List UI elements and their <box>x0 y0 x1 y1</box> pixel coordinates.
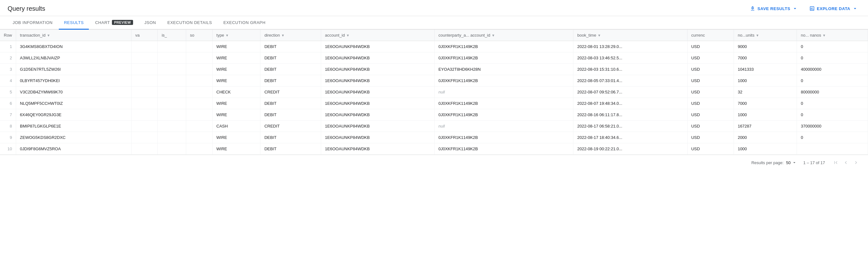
save-results-button[interactable]: SAVE RESULTS <box>747 4 800 13</box>
table-row: 8BMIP87LGKGLP6E1ECASHCREDIT1E6OOAUNKP84W… <box>0 121 868 132</box>
table-cell: 6X46QEY0GR29JG3E <box>16 109 131 121</box>
table-cell: DEBIT <box>260 132 321 143</box>
table-cell: 2022-08-01 13:28:29.0... <box>574 41 687 52</box>
table-cell: null <box>434 121 573 132</box>
tabs-bar: JOB INFORMATION RESULTS CHART PREVIEW JS… <box>0 16 868 30</box>
table-cell <box>158 132 186 143</box>
table-cell: 3G4KMS8GBXTD4ION <box>16 41 131 52</box>
explore-icon <box>809 6 815 11</box>
table-cell: 9000 <box>734 41 797 52</box>
tab-chart[interactable]: CHART PREVIEW <box>90 16 138 30</box>
table-cell: 400000000 <box>797 64 868 75</box>
table-cell: USD <box>687 132 734 143</box>
table-cell: 0J0XKFR1K1149K2B <box>434 98 573 109</box>
table-cell: DEBIT <box>260 64 321 75</box>
table-cell: 2022-08-03 15:31:10.6... <box>574 64 687 75</box>
table-cell: 2022-08-17 18:40:34.6... <box>574 132 687 143</box>
per-page-select[interactable]: 50 <box>786 160 797 165</box>
table-cell <box>131 86 158 98</box>
table-cell: 1041333 <box>734 64 797 75</box>
table-cell: 2022-08-16 06:11:17.8... <box>574 109 687 121</box>
table-cell <box>186 52 212 64</box>
next-page-button[interactable] <box>851 158 860 167</box>
per-page-value: 50 <box>786 160 790 165</box>
table-cell: 0JDI9F8G6MVZ5ROA <box>16 143 131 155</box>
tab-execution-details[interactable]: EXECUTION DETAILS <box>162 16 217 30</box>
table-row: 13G4KMS8GBXTD4IONWIREDEBIT1E6OOAUNKP84WD… <box>0 41 868 52</box>
table-cell: WIRE <box>212 64 260 75</box>
table-cell <box>158 52 186 64</box>
col-header-type[interactable]: type ▼ <box>212 30 260 41</box>
table-cell: 8 <box>0 121 16 132</box>
table-cell: 167287 <box>734 121 797 132</box>
col-header-account-id[interactable]: account_id ▼ <box>321 30 435 41</box>
table-cell: A3WLL2XLNBJVAIZP <box>16 52 131 64</box>
table-cell <box>186 86 212 98</box>
table-cell <box>131 121 158 132</box>
table-cell: V3C2DB4ZYMW69K70 <box>16 86 131 98</box>
table-cell <box>158 143 186 155</box>
table-cell: USD <box>687 64 734 75</box>
sort-icon-no-units: ▼ <box>756 33 759 37</box>
col-header-va: va <box>131 30 158 41</box>
table-cell <box>131 52 158 64</box>
table-cell: 2022-08-05 07:33:01.4... <box>574 75 687 86</box>
table-cell <box>186 109 212 121</box>
table-body: 13G4KMS8GBXTD4IONWIREDEBIT1E6OOAUNKP84WD… <box>0 41 868 155</box>
table-cell: 1000 <box>734 75 797 86</box>
col-header-counterparty[interactable]: counterparty_a... account_id ▼ <box>434 30 573 41</box>
table-cell: 0J0XKFR1K1149K2B <box>434 52 573 64</box>
table-cell: null <box>434 86 573 98</box>
table-cell: DEBIT <box>260 98 321 109</box>
sort-icon-transaction-id: ▼ <box>47 33 50 37</box>
tab-results[interactable]: RESULTS <box>59 16 89 30</box>
per-page-dropdown-icon <box>792 160 797 165</box>
table-cell: 1 <box>0 41 16 52</box>
col-header-book-time[interactable]: book_time ▼ <box>574 30 687 41</box>
table-cell <box>158 121 186 132</box>
table-cell <box>158 64 186 75</box>
prev-page-button[interactable] <box>841 158 850 167</box>
table-cell <box>186 132 212 143</box>
col-header-no-nanos[interactable]: no... nanos ▼ <box>797 30 868 41</box>
col-header-no-units[interactable]: no...units ▼ <box>734 30 797 41</box>
table-cell: USD <box>687 75 734 86</box>
table-cell: 9 <box>0 132 16 143</box>
table-cell: USD <box>687 143 734 155</box>
table-cell <box>158 109 186 121</box>
explore-data-button[interactable]: EXPLORE DATA <box>807 4 860 13</box>
table-cell: DEBIT <box>260 143 321 155</box>
results-table: Row transaction_id ▼ va is_ so <box>0 30 868 155</box>
sort-icon-no-nanos: ▼ <box>823 33 826 37</box>
page-title: Query results <box>8 5 45 12</box>
table-cell: 370000000 <box>797 121 868 132</box>
table-cell <box>131 41 158 52</box>
table-cell: G1D5EN7RTL5ZW26I <box>16 64 131 75</box>
table-row: 9ZEWOG5KDS8GR2DXCWIREDEBIT1E6OOAUNKP84WD… <box>0 132 868 143</box>
tab-job-information[interactable]: JOB INFORMATION <box>8 16 58 30</box>
first-page-button[interactable] <box>831 158 840 167</box>
table-cell: BMIP87LGKGLP6E1E <box>16 121 131 132</box>
table-cell: 10 <box>0 143 16 155</box>
table-cell: WIRE <box>212 98 260 109</box>
table-row: 76X46QEY0GR29JG3EWIREDEBIT1E6OOAUNKP84WD… <box>0 109 868 121</box>
table-cell: 7000 <box>734 52 797 64</box>
table-cell: 80000000 <box>797 86 868 98</box>
explore-dropdown-icon <box>852 6 858 11</box>
table-cell: WIRE <box>212 75 260 86</box>
tab-execution-graph[interactable]: EXECUTION GRAPH <box>218 16 271 30</box>
table-cell: 3 <box>0 64 16 75</box>
table-cell: 1E6OOAUNKP84WDKB <box>321 121 435 132</box>
table-cell <box>131 143 158 155</box>
col-header-transaction-id[interactable]: transaction_id ▼ <box>16 30 131 41</box>
table-cell: 1E6OOAUNKP84WDKB <box>321 41 435 52</box>
table-cell: 0 <box>797 41 868 52</box>
col-header-direction[interactable]: direction ▼ <box>260 30 321 41</box>
tab-json[interactable]: JSON <box>140 16 161 30</box>
results-table-container: Row transaction_id ▼ va is_ so <box>0 30 868 155</box>
table-cell: DEBIT <box>260 109 321 121</box>
col-header-is: is_ <box>158 30 186 41</box>
per-page-section: Results per page: 50 <box>751 160 797 165</box>
table-cell: 0LBYRT457YDH0KEI <box>16 75 131 86</box>
table-cell: 0J0XKFR1K1149K2B <box>434 132 573 143</box>
